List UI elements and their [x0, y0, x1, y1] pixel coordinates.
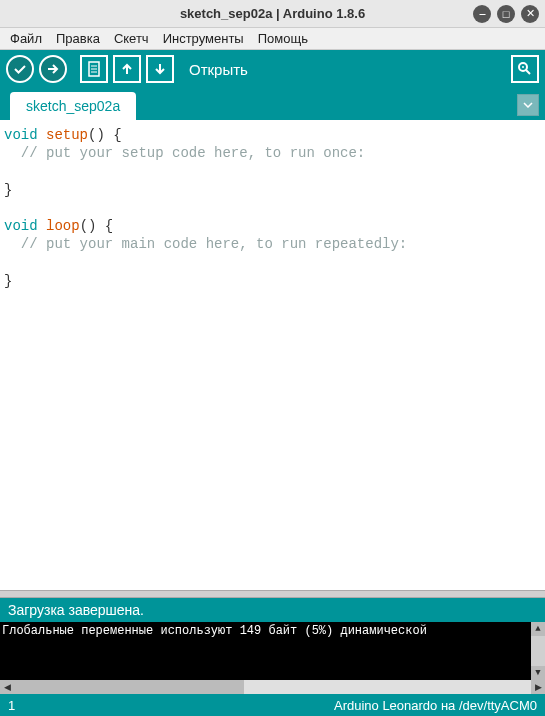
chevron-down-icon: [523, 102, 533, 108]
splitter-handle[interactable]: [0, 590, 545, 598]
open-button[interactable]: [113, 55, 141, 83]
menubar: Файл Правка Скетч Инструменты Помощь: [0, 28, 545, 50]
scroll-left-button[interactable]: ◀: [0, 680, 14, 694]
scroll-thumb[interactable]: [14, 680, 244, 694]
console-horizontal-scrollbar[interactable]: ◀ ▶: [0, 680, 545, 694]
tab-bar: sketch_sep02a: [0, 88, 545, 120]
toolbar-action-label: Открыть: [189, 61, 248, 78]
status-message: Загрузка завершена.: [8, 602, 144, 618]
maximize-button[interactable]: □: [497, 5, 515, 23]
serial-monitor-icon: [517, 61, 533, 77]
check-icon: [13, 62, 27, 76]
tab-menu-button[interactable]: [517, 94, 539, 116]
board-port-info: Arduino Leonardo на /dev/ttyACM0: [334, 698, 537, 713]
window-controls: ‒ □ ✕: [473, 5, 539, 23]
save-button[interactable]: [146, 55, 174, 83]
scroll-down-button[interactable]: ▼: [531, 666, 545, 680]
menu-sketch[interactable]: Скетч: [108, 29, 155, 48]
new-button[interactable]: [80, 55, 108, 83]
scroll-up-button[interactable]: ▲: [531, 622, 545, 636]
menu-help[interactable]: Помощь: [252, 29, 314, 48]
verify-button[interactable]: [6, 55, 34, 83]
minimize-button[interactable]: ‒: [473, 5, 491, 23]
code-editor[interactable]: void setup() { // put your setup code he…: [0, 120, 545, 590]
file-icon: [87, 61, 101, 77]
scroll-right-button[interactable]: ▶: [531, 680, 545, 694]
bottom-info-bar: 1 Arduino Leonardo на /dev/ttyACM0: [0, 694, 545, 716]
svg-line-5: [526, 70, 530, 74]
console-output[interactable]: Глобальные переменные используют 149 бай…: [0, 622, 545, 680]
toolbar: Открыть: [0, 50, 545, 88]
svg-point-6: [522, 66, 524, 68]
window-title: sketch_sep02a | Arduino 1.8.6: [180, 6, 365, 21]
menu-tools[interactable]: Инструменты: [157, 29, 250, 48]
menu-file[interactable]: Файл: [4, 29, 48, 48]
upload-button[interactable]: [39, 55, 67, 83]
console-vertical-scrollbar[interactable]: ▲ ▼: [531, 622, 545, 680]
sketch-tab[interactable]: sketch_sep02a: [10, 92, 136, 120]
menu-edit[interactable]: Правка: [50, 29, 106, 48]
close-button[interactable]: ✕: [521, 5, 539, 23]
line-number: 1: [8, 698, 15, 713]
status-bar: Загрузка завершена.: [0, 598, 545, 622]
console-line: Глобальные переменные используют 149 бай…: [2, 624, 427, 638]
serial-monitor-button[interactable]: [511, 55, 539, 83]
window-titlebar: sketch_sep02a | Arduino 1.8.6 ‒ □ ✕: [0, 0, 545, 28]
arrow-right-icon: [46, 62, 60, 76]
arrow-down-icon: [153, 62, 167, 76]
scroll-track[interactable]: [14, 680, 531, 694]
arrow-up-icon: [120, 62, 134, 76]
